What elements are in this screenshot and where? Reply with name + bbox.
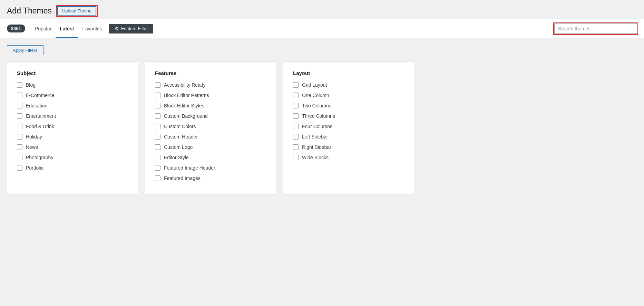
checkbox-holiday[interactable] [17,134,22,140]
feature-filter-button[interactable]: ⚙ Feature Filter [109,24,153,34]
list-item[interactable]: Photography [17,155,128,160]
list-item[interactable]: Right Sidebar [293,144,404,150]
checkbox-portfolio[interactable] [17,165,22,171]
filter-card-features: FeaturesAccessibility ReadyBlock Editor … [145,61,276,194]
gear-icon: ⚙ [115,26,119,31]
checkbox-label: Custom Background [164,113,208,119]
checkbox-left-sidebar[interactable] [293,134,299,140]
filter-card-subject: SubjectBlogE-CommerceEducationEntertainm… [7,61,138,194]
checkbox-grid-layout[interactable] [293,82,299,88]
checkbox-custom-background[interactable] [155,113,160,119]
checkbox-label: Block Editor Styles [164,103,204,108]
checkbox-label: Entertainment [26,113,56,119]
checkbox-right-sidebar[interactable] [293,144,299,150]
checkbox-four-columns[interactable] [293,124,299,129]
list-item[interactable]: Three Columns [293,113,404,119]
tab-favorites[interactable]: Favorites [78,19,106,38]
list-item[interactable]: Custom Logo [155,144,266,150]
list-item[interactable]: Wide Blocks [293,155,404,160]
checkbox-one-column[interactable] [293,93,299,98]
list-item[interactable]: Entertainment [17,113,128,119]
list-item[interactable]: Holiday [17,134,128,140]
page-header: Add Themes Upload Theme [0,0,644,19]
toolbar: 8451 Popular Latest Favorites ⚙ Feature … [0,19,644,38]
checkbox-label: Custom Header [164,134,198,140]
filter-columns: SubjectBlogE-CommerceEducationEntertainm… [7,61,637,194]
checkbox-label: Photography [26,155,53,160]
tab-popular[interactable]: Popular [31,19,56,38]
list-item[interactable]: Custom Background [155,113,266,119]
checkbox-featured-images[interactable] [155,175,160,181]
list-item[interactable]: Four Columns [293,124,404,129]
checkbox-label: Featured Images [164,175,201,181]
list-item[interactable]: Food & Drink [17,124,128,129]
checkbox-entertainment[interactable] [17,113,22,119]
list-item[interactable]: Featured Images [155,175,266,181]
search-themes-wrap [554,23,637,34]
checkbox-label: Three Columns [302,113,335,119]
search-themes-input[interactable] [554,23,637,34]
checkbox-label: Four Columns [302,124,332,129]
checkbox-blog[interactable] [17,82,22,88]
checkbox-label: Right Sidebar [302,144,331,150]
checkbox-label: Grid Layout [302,82,327,88]
checkbox-food-&-drink[interactable] [17,124,22,129]
list-item[interactable]: News [17,144,128,150]
checkbox-block-editor-patterns[interactable] [155,93,160,98]
list-item[interactable]: Custom Colors [155,124,266,129]
checkbox-label: Accessibility Ready [164,82,206,88]
checkbox-news[interactable] [17,144,22,150]
list-item[interactable]: One Column [293,93,404,98]
checkbox-label: E-Commerce [26,93,54,98]
checkbox-editor-style[interactable] [155,155,160,160]
list-item[interactable]: Block Editor Styles [155,103,266,108]
checkbox-three-columns[interactable] [293,113,299,119]
checkbox-label: Portfolio [26,165,43,171]
apply-filters-button[interactable]: Apply Filters [7,45,43,55]
filter-heading-1: Features [155,70,266,76]
list-item[interactable]: Two Columns [293,103,404,108]
checkbox-label: Left Sidebar [302,134,328,140]
checkbox-label: Blog [26,82,36,88]
checkbox-custom-logo[interactable] [155,144,160,150]
content-area: Apply Filters SubjectBlogE-CommerceEduca… [0,38,644,201]
checkbox-custom-colors[interactable] [155,124,160,129]
list-item[interactable]: Featured Image Header [155,165,266,171]
checkbox-label: Two Columns [302,103,331,108]
upload-theme-button[interactable]: Upload Theme [57,6,96,16]
checkbox-accessibility-ready[interactable] [155,82,160,88]
checkbox-label: Editor Style [164,155,189,160]
checkbox-featured-image-header[interactable] [155,165,160,171]
checkbox-label: Block Editor Patterns [164,93,209,98]
tab-latest[interactable]: Latest [56,19,78,38]
filter-heading-2: Layout [293,70,404,76]
checkbox-label: Featured Image Header [164,165,215,171]
checkbox-block-editor-styles[interactable] [155,103,160,108]
checkbox-education[interactable] [17,103,22,108]
list-item[interactable]: Custom Header [155,134,266,140]
checkbox-label: Food & Drink [26,124,54,129]
checkbox-label: One Column [302,93,329,98]
checkbox-label: Wide Blocks [302,155,329,160]
checkbox-two-columns[interactable] [293,103,299,108]
list-item[interactable]: Portfolio [17,165,128,171]
list-item[interactable]: Accessibility Ready [155,82,266,88]
filter-card-layout: LayoutGrid LayoutOne ColumnTwo ColumnsTh… [283,61,414,194]
list-item[interactable]: Education [17,103,128,108]
theme-count-badge: 8451 [7,25,25,32]
page-title: Add Themes [7,6,52,16]
list-item[interactable]: Grid Layout [293,82,404,88]
list-item[interactable]: Left Sidebar [293,134,404,140]
checkbox-e-commerce[interactable] [17,93,22,98]
checkbox-label: Education [26,103,47,108]
checkbox-label: Custom Logo [164,144,193,150]
checkbox-custom-header[interactable] [155,134,160,140]
checkbox-photography[interactable] [17,155,22,160]
checkbox-wide-blocks[interactable] [293,155,299,160]
list-item[interactable]: Editor Style [155,155,266,160]
list-item[interactable]: E-Commerce [17,93,128,98]
list-item[interactable]: Blog [17,82,128,88]
list-item[interactable]: Block Editor Patterns [155,93,266,98]
checkbox-label: News [26,144,38,150]
checkbox-label: Custom Colors [164,124,196,129]
